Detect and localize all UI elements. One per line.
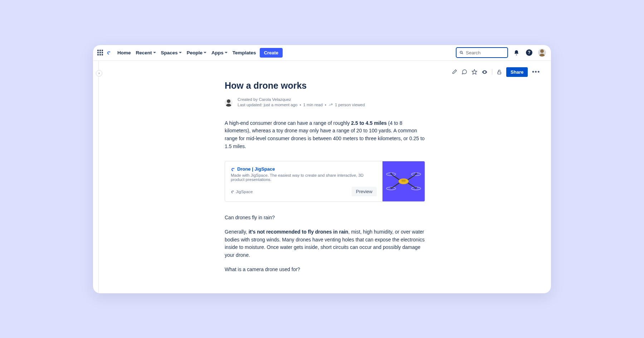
product-logo[interactable] bbox=[107, 50, 111, 55]
svg-line-15 bbox=[407, 182, 416, 188]
author-avatar[interactable] bbox=[225, 99, 233, 107]
edit-icon[interactable] bbox=[452, 69, 457, 75]
card-source: JigSpace bbox=[231, 190, 253, 194]
chevron-down-icon bbox=[179, 52, 182, 53]
analytics-icon bbox=[328, 103, 333, 107]
card-body: Drone | JigSpace Made with JigSpace. The… bbox=[225, 161, 382, 201]
help-icon[interactable]: ? bbox=[525, 48, 534, 57]
nav-apps[interactable]: Apps bbox=[211, 50, 228, 55]
svg-point-4 bbox=[484, 72, 485, 73]
nav-spaces[interactable]: Spaces bbox=[161, 50, 182, 55]
page-meta: Created by Carola Velazquez Last updated… bbox=[225, 97, 425, 108]
svg-point-20 bbox=[390, 187, 392, 188]
paragraph-1: A high-end consumer drone can have a ran… bbox=[225, 119, 425, 151]
read-time: 1 min read bbox=[303, 103, 323, 107]
search-icon bbox=[459, 50, 464, 55]
preview-button[interactable]: Preview bbox=[352, 187, 377, 196]
top-nav: Home Recent Spaces People Apps Templates… bbox=[93, 45, 551, 61]
create-button[interactable]: Create bbox=[260, 48, 283, 58]
card-description: Made with JigSpace. The easiest way to c… bbox=[231, 173, 377, 182]
jigspace-icon bbox=[231, 167, 235, 171]
sidebar-collapsed: › bbox=[93, 61, 99, 293]
svg-rect-5 bbox=[498, 72, 501, 74]
comment-icon[interactable] bbox=[462, 69, 467, 75]
nav-home[interactable]: Home bbox=[117, 50, 131, 55]
created-by-label: Created by bbox=[238, 97, 259, 102]
chevron-down-icon bbox=[204, 52, 206, 53]
author-name[interactable]: Carola Velazquez bbox=[259, 97, 291, 102]
app-switcher-icon[interactable] bbox=[97, 50, 103, 55]
views-count[interactable]: 1 person viewed bbox=[335, 103, 365, 107]
svg-point-0 bbox=[109, 52, 110, 53]
main-content: Share ••• How a drone works Created by C… bbox=[99, 61, 551, 293]
paragraph-2: Can drones fly in rain? bbox=[225, 214, 425, 222]
svg-point-21 bbox=[415, 187, 417, 188]
last-updated: Last updated: just a moment ago bbox=[238, 103, 298, 107]
profile-avatar[interactable] bbox=[537, 48, 547, 57]
page-toolbar: Share ••• bbox=[109, 61, 540, 80]
lock-icon[interactable] bbox=[497, 69, 502, 75]
svg-marker-3 bbox=[472, 69, 477, 74]
app-window: Home Recent Spaces People Apps Templates… bbox=[93, 45, 551, 293]
card-title[interactable]: Drone | JigSpace bbox=[231, 166, 377, 172]
separator bbox=[492, 69, 492, 75]
nav-recent[interactable]: Recent bbox=[136, 50, 156, 55]
nav-templates[interactable]: Templates bbox=[233, 50, 256, 55]
share-button[interactable]: Share bbox=[506, 67, 528, 77]
chevron-down-icon bbox=[225, 52, 228, 53]
smart-link-card[interactable]: Drone | JigSpace Made with JigSpace. The… bbox=[225, 161, 425, 202]
paragraph-4: What is a camera drone used for? bbox=[225, 266, 425, 274]
document: How a drone works Created by Carola Vela… bbox=[225, 80, 425, 274]
search-box[interactable] bbox=[456, 47, 508, 58]
meta-text: Created by Carola Velazquez Last updated… bbox=[238, 97, 365, 108]
primary-nav: Home Recent Spaces People Apps Templates bbox=[117, 50, 256, 55]
svg-point-6 bbox=[233, 168, 234, 169]
star-icon[interactable] bbox=[472, 69, 477, 75]
more-actions-icon[interactable]: ••• bbox=[532, 69, 540, 75]
jigspace-icon bbox=[231, 190, 234, 194]
chevron-down-icon bbox=[153, 52, 156, 53]
svg-line-14 bbox=[391, 182, 400, 188]
paragraph-3: Generally, it's not recommended to fly d… bbox=[225, 228, 425, 259]
page-title: How a drone works bbox=[225, 80, 425, 91]
svg-point-18 bbox=[390, 173, 392, 174]
svg-point-7 bbox=[233, 191, 234, 192]
svg-line-2 bbox=[462, 53, 463, 54]
watch-icon[interactable] bbox=[482, 69, 488, 75]
drone-illustration bbox=[386, 169, 421, 194]
notifications-icon[interactable] bbox=[512, 48, 521, 57]
svg-rect-17 bbox=[401, 180, 406, 182]
search-input[interactable] bbox=[466, 50, 504, 55]
svg-point-1 bbox=[460, 51, 462, 53]
expand-sidebar-button[interactable]: › bbox=[96, 70, 102, 77]
svg-point-19 bbox=[415, 173, 417, 174]
nav-people[interactable]: People bbox=[187, 50, 206, 55]
page-body: › Share ••• How a drone works Created by… bbox=[93, 61, 551, 293]
svg-line-13 bbox=[407, 174, 416, 180]
card-thumbnail bbox=[382, 161, 425, 201]
svg-line-12 bbox=[391, 174, 400, 180]
